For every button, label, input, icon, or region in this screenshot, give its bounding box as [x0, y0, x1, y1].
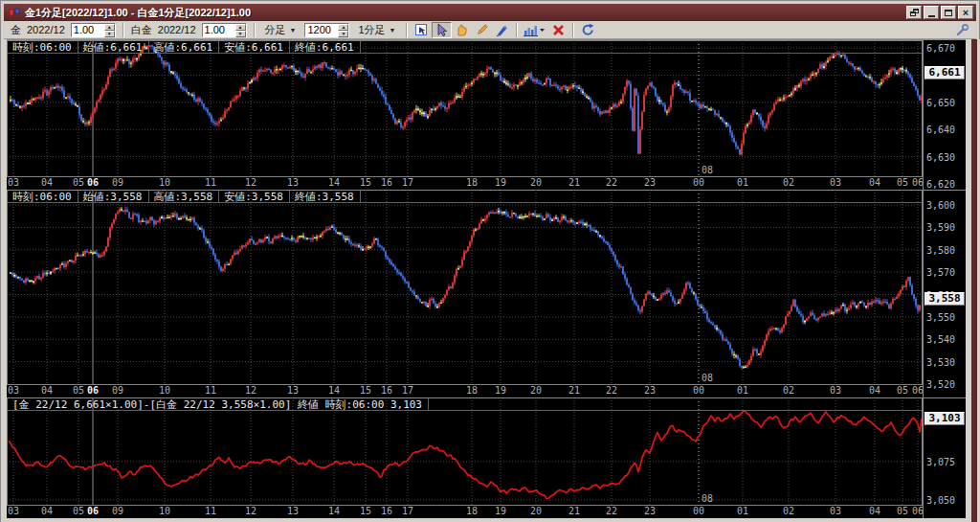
- svg-text:11: 11: [205, 177, 216, 188]
- last-price-label: 3,103: [924, 412, 965, 425]
- svg-text:06: 06: [87, 385, 99, 396]
- svg-text:02: 02: [783, 385, 794, 396]
- svg-text:02: 02: [783, 177, 794, 188]
- svg-text:10: 10: [159, 385, 170, 396]
- chart-plots[interactable]: 0304050609101112131415161718192021222300…: [1, 39, 966, 522]
- window-title: 金1分足[2022/12]1.00 - 白金1分足[2022/12]1.00: [25, 6, 904, 20]
- pencil-icon: [475, 23, 489, 37]
- cursor-button[interactable]: [432, 22, 452, 38]
- delete-drawing-button[interactable]: [548, 22, 568, 38]
- maximize-button[interactable]: [941, 6, 956, 19]
- restore-button[interactable]: [906, 6, 922, 19]
- last-price-label: 3,558: [924, 292, 965, 306]
- panel-divider: [7, 190, 966, 191]
- y-axis-tick-label: 3,580: [926, 245, 955, 256]
- svg-text:13: 13: [287, 506, 299, 516]
- interval-dropdown[interactable]: 1分足 ▼: [354, 22, 399, 37]
- chart-select-button[interactable]: [412, 22, 432, 38]
- svg-text:04: 04: [41, 506, 53, 516]
- chevron-down-icon: ▼: [290, 27, 297, 34]
- svg-text:22: 22: [606, 177, 617, 188]
- svg-text:21: 21: [568, 506, 580, 516]
- pen-button[interactable]: [492, 22, 512, 38]
- y-axis-tick-label: 3,550: [926, 312, 955, 323]
- y-axis-tick-label: 3,570: [926, 267, 955, 278]
- chevron-down-icon: ▼: [390, 27, 396, 34]
- spinner-up-icon[interactable]: ▲: [235, 24, 246, 31]
- panel-divider: [7, 39, 966, 40]
- hand-button[interactable]: [452, 22, 472, 38]
- y-axis-tick-label: 3,590: [926, 222, 955, 233]
- svg-text:22: 22: [606, 506, 617, 516]
- refresh-button[interactable]: [578, 22, 598, 38]
- svg-text:20: 20: [530, 506, 542, 516]
- platinum-multiplier-spinner[interactable]: ▲▼: [202, 23, 247, 37]
- svg-text:11: 11: [205, 385, 216, 396]
- period-type-dropdown[interactable]: 分足 ▼: [261, 22, 301, 37]
- hand-icon: [455, 23, 469, 37]
- close-button[interactable]: ×: [958, 6, 973, 19]
- svg-text:15: 15: [360, 177, 371, 188]
- toolbar-separator: [254, 23, 256, 37]
- svg-text:13: 13: [287, 177, 299, 188]
- svg-text:09: 09: [112, 177, 123, 188]
- toolbar: 金 2022/12 ▲▼ 白金 2022/12 ▲▼ 分足 ▼ ▲▼ 1分足 ▼: [4, 21, 976, 39]
- y-axis-tick-label: 3,520: [926, 379, 955, 390]
- y-axis-tick-label: 6,630: [926, 152, 955, 163]
- svg-text:16: 16: [381, 506, 392, 516]
- pen-icon: [495, 23, 509, 37]
- bar-count-input[interactable]: [305, 24, 338, 36]
- svg-text:16: 16: [381, 177, 392, 188]
- pencil-button[interactable]: [472, 22, 492, 38]
- svg-text:21: 21: [568, 177, 580, 188]
- toolbar-separator: [406, 23, 408, 37]
- gold-multiplier-input[interactable]: [72, 24, 104, 36]
- minimize-button[interactable]: [924, 6, 939, 19]
- bar-count-spinner[interactable]: ▲▼: [304, 23, 349, 37]
- svg-text:05: 05: [73, 177, 84, 188]
- y-axis-tick-label: 6,670: [926, 43, 955, 54]
- svg-text:04: 04: [869, 506, 880, 516]
- svg-text:05: 05: [897, 506, 908, 516]
- bar-chart-button[interactable]: [522, 22, 548, 38]
- y-axis-tick-label: 3,050: [926, 495, 955, 506]
- spinner-up-icon[interactable]: ▲: [338, 24, 348, 31]
- svg-text:20: 20: [530, 177, 542, 188]
- svg-text:14: 14: [328, 177, 340, 188]
- settings-button[interactable]: [952, 22, 972, 38]
- svg-text:05: 05: [73, 385, 84, 396]
- svg-text:17: 17: [402, 385, 413, 396]
- svg-text:22: 22: [606, 385, 617, 396]
- interval-value: 1分足: [358, 23, 385, 37]
- chart-select-icon: [414, 23, 429, 37]
- svg-text:23: 23: [644, 506, 656, 516]
- svg-text:15: 15: [360, 506, 371, 516]
- svg-text:12: 12: [245, 506, 256, 516]
- window-frame-strip: [1, 518, 966, 522]
- svg-text:01: 01: [737, 177, 748, 188]
- svg-text:14: 14: [328, 385, 340, 396]
- svg-text:08: 08: [702, 493, 713, 504]
- price-axis-strip[interactable]: 6,6706,6606,6506,6406,6306,6206,6613,600…: [923, 40, 966, 519]
- svg-text:17: 17: [402, 177, 413, 188]
- gold-multiplier-spinner[interactable]: ▲▼: [71, 23, 116, 37]
- svg-text:06: 06: [87, 506, 99, 516]
- spinner-down-icon[interactable]: ▼: [104, 31, 115, 37]
- svg-text:03: 03: [8, 385, 19, 396]
- svg-text:14: 14: [328, 506, 340, 516]
- spinner-down-icon[interactable]: ▼: [338, 31, 348, 37]
- platinum-multiplier-input[interactable]: [203, 24, 235, 36]
- svg-text:00: 00: [693, 385, 704, 396]
- spinner-down-icon[interactable]: ▼: [235, 31, 246, 37]
- panel-divider: [7, 397, 966, 398]
- title-bar[interactable]: 金1分足[2022/12]1.00 - 白金1分足[2022/12]1.00 ×: [4, 4, 976, 21]
- svg-text:23: 23: [644, 385, 656, 396]
- svg-text:03: 03: [8, 177, 19, 188]
- svg-text:18: 18: [466, 385, 478, 396]
- y-axis-tick-label: 3,530: [926, 357, 955, 368]
- spinner-up-icon[interactable]: ▲: [104, 24, 115, 31]
- last-price-label: 6,661: [924, 66, 965, 79]
- app-candlestick-icon: [7, 6, 21, 19]
- period-type-value: 分足: [265, 23, 286, 37]
- restore-icon: [910, 9, 919, 16]
